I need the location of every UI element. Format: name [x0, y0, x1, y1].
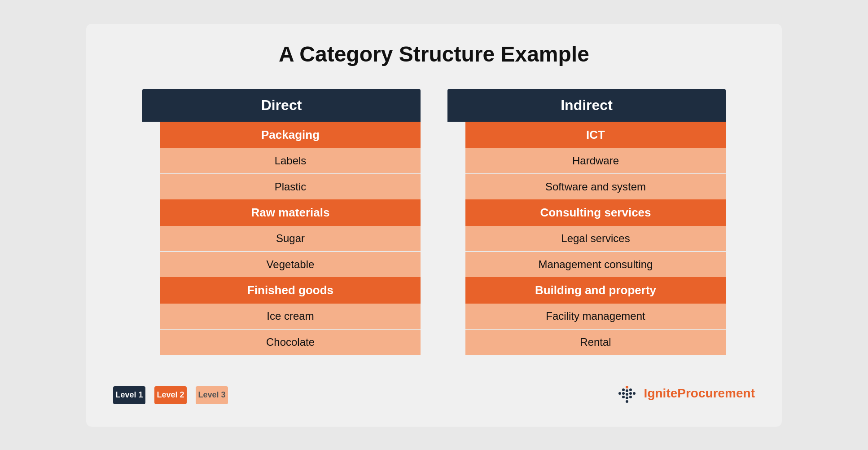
direct-level3-sugar: Sugar	[160, 226, 421, 252]
footer: Level 1 Level 2 Level 3	[113, 368, 755, 404]
indirect-group-building: Building and property Facility managemen…	[465, 277, 726, 355]
direct-group-packaging: Packaging Labels Plastic	[160, 122, 421, 199]
svg-point-11	[633, 392, 636, 395]
legend-box-level1: Level 1	[113, 386, 145, 404]
indirect-level3-management: Management consulting	[465, 252, 726, 277]
svg-point-3	[622, 396, 625, 398]
logo-procurement: Procurement	[677, 386, 755, 400]
page-title: A Category Structure Example	[113, 42, 755, 66]
legend-box-level2: Level 2	[154, 386, 187, 404]
legend: Level 1 Level 2 Level 3	[113, 386, 228, 404]
legend-item-level1: Level 1	[113, 386, 145, 404]
main-card: A Category Structure Example Direct Pack…	[86, 24, 782, 427]
direct-header: Direct	[142, 89, 421, 122]
direct-level3-labels: Labels	[160, 148, 421, 174]
legend-item-level3: Level 3	[196, 386, 228, 404]
indirect-level3-software: Software and system	[465, 174, 726, 199]
direct-level2-packaging: Packaging	[160, 122, 421, 148]
indirect-header: Indirect	[447, 89, 726, 122]
svg-point-12	[626, 400, 628, 403]
indirect-level3-facility: Facility management	[465, 304, 726, 330]
logo-icon	[617, 383, 639, 404]
svg-point-7	[626, 397, 628, 399]
svg-point-8	[629, 388, 632, 391]
direct-level2-rawmaterials: Raw materials	[160, 199, 421, 226]
logo-text: IgniteProcurement	[644, 386, 755, 401]
legend-item-level2: Level 2	[154, 386, 187, 404]
direct-group-finishedgoods: Finished goods Ice cream Chocolate	[160, 277, 421, 355]
indirect-level2-consulting: Consulting services	[465, 199, 726, 226]
direct-level2-finishedgoods: Finished goods	[160, 277, 421, 304]
direct-level3-chocolate: Chocolate	[160, 330, 421, 355]
columns-wrapper: Direct Packaging Labels Plastic Raw mate…	[113, 89, 755, 355]
svg-point-5	[626, 389, 628, 392]
logo-area: IgniteProcurement	[617, 383, 755, 404]
legend-box-level3: Level 3	[196, 386, 228, 404]
indirect-level3-hardware: Hardware	[465, 148, 726, 174]
svg-point-4	[626, 386, 628, 388]
indirect-level3-legal: Legal services	[465, 226, 726, 252]
indirect-level3-rental: Rental	[465, 330, 726, 355]
direct-level3-vegetable: Vegetable	[160, 252, 421, 277]
svg-point-1	[622, 388, 625, 391]
direct-level3-plastic: Plastic	[160, 174, 421, 199]
indirect-structure: ICT Hardware Software and system Consult…	[447, 122, 726, 355]
indirect-group-consulting: Consulting services Legal services Manag…	[465, 199, 726, 277]
indirect-group-ict: ICT Hardware Software and system	[465, 122, 726, 199]
svg-point-9	[629, 392, 632, 395]
svg-point-6	[626, 393, 628, 396]
direct-level3-icecream: Ice cream	[160, 304, 421, 330]
direct-column: Direct Packaging Labels Plastic Raw mate…	[142, 89, 421, 355]
logo-ignite: Ignite	[644, 386, 678, 400]
indirect-column: Indirect ICT Hardware Software and syste…	[447, 89, 726, 355]
indirect-level2-building: Building and property	[465, 277, 726, 304]
direct-structure: Packaging Labels Plastic Raw materials S…	[142, 122, 421, 355]
svg-point-10	[629, 396, 632, 398]
direct-group-rawmaterials: Raw materials Sugar Vegetable	[160, 199, 421, 277]
svg-point-2	[622, 392, 625, 395]
svg-point-0	[618, 392, 621, 395]
indirect-level2-ict: ICT	[465, 122, 726, 148]
